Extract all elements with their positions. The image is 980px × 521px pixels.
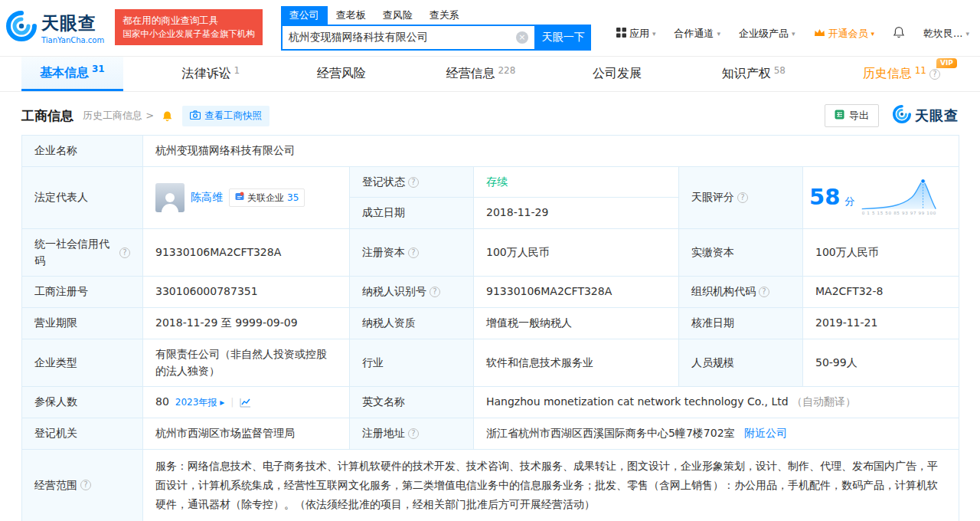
nearby-companies-link[interactable]: 附近公司 <box>744 427 787 439</box>
notification-bell[interactable] <box>893 26 905 41</box>
help-icon[interactable]: ? <box>430 287 440 297</box>
table-row: 企业名称 杭州变现猫网络科技有限公司 <box>22 136 959 167</box>
tab-basic-info[interactable]: 基本信息 31 <box>21 57 123 91</box>
nav-enterprise-products[interactable]: 企业级产品 ▾ <box>739 27 795 41</box>
trend-chart-icon[interactable] <box>240 398 251 408</box>
tab-badge: 31 <box>92 64 105 74</box>
reg-address-cell: 浙江省杭州市西湖区西溪国际商务中心5幢7楼702室 附近公司 <box>474 418 959 449</box>
tianyancha-watermark: 天眼查 <box>893 105 959 126</box>
tianyancha-score-cell: 58 分 0 1 5 15 50 85 93 97 99 100 <box>803 166 959 228</box>
reg-number-value: 330106000787351 <box>143 277 350 308</box>
help-icon[interactable]: ? <box>80 480 91 490</box>
tab-badge: 228 <box>498 65 515 76</box>
score-curve-chart: 0 1 5 15 50 85 93 97 99 100 <box>859 173 939 223</box>
logo-title: 天眼查 <box>41 11 104 35</box>
slogan-banner: 都在用的商业查询工具 国家中小企业发展子基金旗下机构 <box>115 9 263 45</box>
field-label: 参保人数 <box>22 387 143 418</box>
search-input[interactable] <box>289 31 516 44</box>
chevron-down-icon: ▾ <box>965 30 969 38</box>
search-tab-relation[interactable]: 查关系 <box>421 6 468 25</box>
help-icon[interactable]: ? <box>119 247 130 258</box>
help-icon[interactable]: ? <box>737 192 748 203</box>
slogan-line2: 国家中小企业发展子基金旗下机构 <box>122 28 255 41</box>
score-value: 58 <box>809 180 840 215</box>
tab-badge: 58 <box>774 65 786 76</box>
company-section-tabs: 基本信息 31 法律诉讼 1 经营风险 经营信息 228 公司发展 知识产权 5… <box>0 57 980 92</box>
view-snapshot-label: 查看工商快照 <box>204 110 262 123</box>
help-icon[interactable]: ? <box>759 287 769 297</box>
tab-legal-proceedings[interactable]: 法律诉讼 1 <box>163 57 258 91</box>
search-tabs: 查公司 查老板 查风险 查关系 <box>281 6 591 25</box>
business-scope-value: 服务：网络信息技术、电子商务技术、计算机软硬件的技术开发、技术咨询、技术服务、成… <box>143 449 959 521</box>
tab-business-info[interactable]: 经营信息 228 <box>427 57 534 91</box>
chevron-down-icon: ▾ <box>652 30 656 38</box>
related-companies-link[interactable]: 关联企业 35 <box>229 188 305 208</box>
field-label: 工商注册号 <box>22 277 143 308</box>
tab-operating-risk[interactable]: 经营风险 <box>299 57 387 91</box>
field-label: 核准日期 <box>679 308 803 339</box>
field-label: 行业 <box>350 339 474 386</box>
nav-apps[interactable]: 应用 ▾ <box>616 27 656 41</box>
field-label: 天眼评分? <box>679 166 803 228</box>
business-info-table: 企业名称 杭州变现猫网络科技有限公司 法定代表人 陈高维 关联企业 35 登记状… <box>21 135 959 521</box>
field-label: 营业期限 <box>22 308 143 339</box>
nav-open-vip[interactable]: 开通会员 ▾ <box>814 27 875 41</box>
field-label: 法定代表人 <box>22 166 143 228</box>
divider: | <box>230 395 234 410</box>
field-label: 企业名称 <box>22 136 143 167</box>
field-label: 经营范围? <box>22 449 143 521</box>
legal-rep-cell: 陈高维 关联企业 35 <box>143 166 350 228</box>
search-tab-company[interactable]: 查公司 <box>281 6 328 25</box>
tab-history-info[interactable]: VIP 历史信息 11 ? <box>844 57 959 91</box>
field-label: 纳税人识别号? <box>350 277 474 308</box>
search-button[interactable]: 天眼一下 <box>536 25 591 51</box>
table-row: 企业类型 有限责任公司（非自然人投资或控股的法人独资） 行业 软件和信息技术服务… <box>22 339 959 386</box>
search-input-wrap: × <box>281 25 536 51</box>
table-row: 法定代表人 陈高维 关联企业 35 登记状态? 存续 天眼评分? 5 <box>22 166 959 198</box>
business-term-value: 2018-11-29 至 9999-09-09 <box>143 308 350 339</box>
subscribe-bell-icon[interactable] <box>162 110 173 122</box>
english-name-value: Hangzhou monetization cat network techno… <box>486 395 789 408</box>
annual-report-link[interactable]: 2023年报 ▸ <box>175 395 224 410</box>
tab-company-development[interactable]: 公司发展 <box>574 57 663 91</box>
reg-capital-value: 100万人民币 <box>474 229 679 277</box>
taxpayer-id-value: 91330106MA2CFT328A <box>474 277 679 308</box>
nav-cooperation[interactable]: 合作通道 ▾ <box>674 27 720 41</box>
field-label: 纳税人资质 <box>350 308 474 339</box>
user-name: 乾坎艮... <box>923 27 962 41</box>
tab-label: 法律诉讼 <box>181 66 230 82</box>
crown-icon <box>814 28 825 39</box>
business-info-header: 工商信息 历史工商信息 > 查看工商快照 导出 天眼查 <box>21 104 959 127</box>
field-label: 英文名称 <box>350 387 474 418</box>
clear-icon[interactable]: × <box>516 31 528 44</box>
field-label: 成立日期 <box>350 198 474 229</box>
search-block: 查公司 查老板 查风险 查关系 × 天眼一下 <box>281 6 591 51</box>
table-row: 工商注册号 330106000787351 纳税人识别号? 91330106MA… <box>22 277 959 308</box>
export-button[interactable]: 导出 <box>825 104 879 127</box>
reg-authority-value: 杭州市西湖区市场监督管理局 <box>143 418 350 449</box>
tab-intellectual-property[interactable]: 知识产权 58 <box>704 57 804 91</box>
search-tab-risk[interactable]: 查风险 <box>374 6 421 25</box>
field-label: 注册地址? <box>350 418 474 449</box>
history-business-info-link[interactable]: 历史工商信息 > <box>83 109 154 123</box>
help-icon[interactable]: ? <box>408 177 419 188</box>
reg-address-value: 浙江省杭州市西湖区西溪国际商务中心5幢7楼702室 <box>486 427 735 439</box>
staff-size-value: 50-99人 <box>803 339 959 386</box>
view-snapshot-button[interactable]: 查看工商快照 <box>182 106 270 126</box>
export-excel-icon <box>835 110 844 122</box>
user-menu[interactable]: 乾坎艮... ▾ <box>923 27 969 41</box>
related-companies-count: 35 <box>287 191 299 205</box>
tab-label: 公司发展 <box>593 66 642 82</box>
tianyancha-logo[interactable]: 天眼查 TianYanCha.com <box>6 11 104 44</box>
table-row: 经营范围? 服务：网络信息技术、电子商务技术、计算机软硬件的技术开发、技术咨询、… <box>22 449 959 521</box>
camera-icon <box>190 110 201 122</box>
search-tab-boss[interactable]: 查老板 <box>328 6 374 25</box>
legal-rep-name-link[interactable]: 陈高维 <box>191 189 223 206</box>
help-icon[interactable]: ? <box>408 428 419 439</box>
field-label: 实缴资本 <box>679 229 803 277</box>
reg-status-value: 存续 <box>474 166 679 198</box>
legal-rep-avatar[interactable] <box>155 183 185 212</box>
logo-subtitle: TianYanCha.com <box>41 36 104 44</box>
help-icon[interactable]: ? <box>408 247 419 258</box>
help-icon[interactable]: ? <box>929 69 940 80</box>
